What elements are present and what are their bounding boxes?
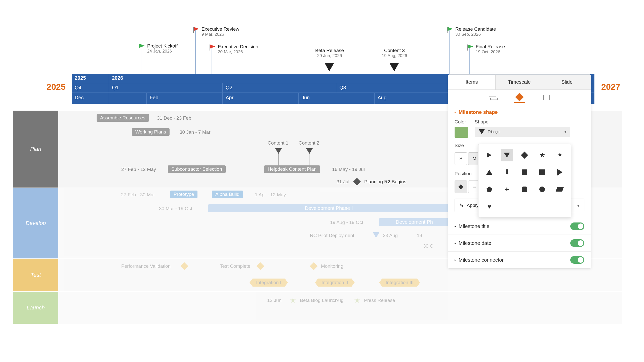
flag-icon — [447, 26, 453, 33]
task-dates: 19 Aug - 19 Oct — [330, 220, 363, 225]
milestone-title: Content 3 — [369, 48, 420, 53]
task-dates: 1 Apr - 12 May — [255, 192, 286, 198]
swimlane-label: Launch — [13, 292, 58, 324]
milestone[interactable]: Executive Review9 Mar, 2026 — [193, 26, 239, 37]
shape-circle[interactable] — [536, 183, 548, 196]
shape-triangle-down[interactable] — [501, 149, 513, 161]
milestone-title: Performance Validation — [121, 263, 171, 269]
milestone[interactable]: Project Kickoff24 Jan, 2026 — [139, 43, 178, 54]
milestone-date: 31 Jul — [337, 179, 349, 185]
svg-rect-5 — [210, 44, 210, 51]
task-bar[interactable]: Prototype — [170, 191, 197, 198]
diamond-icon[interactable] — [180, 262, 188, 270]
chevron-down-icon: ▾ — [565, 130, 566, 134]
shape-rounded-square[interactable] — [518, 166, 531, 178]
milestone-date: 19 Oct, 2026 — [476, 50, 505, 55]
milestone-date: 9 Mar, 2026 — [202, 32, 239, 37]
diamond-icon[interactable] — [310, 262, 317, 270]
tab-items[interactable]: Items — [448, 75, 496, 89]
task-bar[interactable]: Alpha Build — [212, 191, 243, 198]
shape-rsquare[interactable] — [518, 183, 531, 196]
position-diamond-button[interactable] — [455, 180, 467, 193]
shape-square[interactable] — [536, 166, 548, 178]
subtab-bars-icon[interactable] — [488, 92, 499, 103]
chevron-down-icon: ▾ — [577, 203, 580, 208]
shape-parallelogram[interactable] — [553, 183, 566, 196]
milestone-title: Final Release — [476, 44, 505, 50]
task-dates: 30 Mar - 19 Oct — [159, 206, 192, 211]
task-bar[interactable]: Working Plans — [132, 128, 170, 136]
swimlane-label: Test — [13, 259, 58, 291]
milestone-title: Executive Decision — [218, 44, 258, 50]
tab-timescale[interactable]: Timescale — [496, 75, 543, 89]
timescale-cell: Aug — [375, 93, 451, 104]
svg-rect-10 — [489, 95, 496, 97]
diamond-icon[interactable] — [256, 262, 264, 270]
timescale-cell — [109, 93, 147, 104]
subtab-shape-icon[interactable] — [514, 92, 525, 103]
milestone-title: Monitoring — [321, 263, 343, 269]
shape-heart[interactable]: ♥ — [483, 200, 496, 213]
subtab-layout-icon[interactable] — [540, 92, 551, 103]
star-icon[interactable]: ★ — [354, 296, 360, 304]
row-milestone-date[interactable]: ▸ Milestone date — [448, 235, 591, 251]
milestone-title: Test Complete — [220, 263, 250, 269]
shape-diamond[interactable] — [518, 149, 531, 161]
task-bar[interactable]: Integration III — [379, 279, 420, 287]
timescale-cell: Feb — [147, 93, 223, 104]
caret-down-icon: ▼ — [454, 111, 457, 114]
task-bar[interactable]: Development Ph — [379, 218, 450, 226]
task-bar[interactable]: Development Phase I — [208, 204, 450, 212]
shape-pentagon[interactable] — [483, 183, 496, 196]
svg-marker-6 — [448, 27, 453, 31]
swimlane-label: Develop — [13, 188, 58, 258]
task-bar[interactable]: Helpdesk Content Plan — [264, 165, 320, 173]
task-dates: 30 Jan - 7 Mar — [180, 129, 211, 135]
toggle-milestone-title[interactable] — [570, 222, 584, 230]
shape-plus[interactable]: + — [501, 183, 513, 196]
star-icon[interactable]: ★ — [290, 296, 296, 304]
milestone[interactable]: Content 319 Aug, 2026 — [369, 48, 420, 58]
timescale-cell: Q1 — [109, 83, 223, 93]
toggle-milestone-connector[interactable] — [570, 256, 584, 264]
milestone[interactable]: Release Candidate30 Sep, 2026 — [447, 26, 496, 37]
tab-slide[interactable]: Slide — [543, 75, 591, 89]
size-s-button[interactable]: S — [455, 152, 467, 165]
task-bar[interactable]: Subcontractor Selection — [168, 165, 226, 173]
triangle-down-icon — [479, 129, 485, 134]
task-bar[interactable]: Integration II — [315, 279, 355, 287]
truncated-text: 30 C — [423, 243, 433, 249]
panel-tabs: Items Timescale Slide — [448, 75, 591, 90]
svg-rect-13 — [544, 95, 550, 100]
row-milestone-connector[interactable]: ▸ Milestone connector — [448, 251, 591, 268]
shape-flag[interactable] — [483, 149, 496, 161]
svg-marker-8 — [468, 44, 473, 49]
toggle-milestone-date[interactable] — [570, 239, 584, 247]
milestone[interactable]: Executive Decision20 Mar, 2026 — [209, 44, 258, 55]
task-bar[interactable]: Integration I — [250, 279, 288, 287]
svg-rect-9 — [467, 44, 468, 51]
shape-star[interactable]: ★ — [536, 149, 548, 161]
triangle-down-icon — [325, 63, 334, 71]
task-bar[interactable]: Assemble Resources — [97, 114, 149, 122]
section-milestone-shape[interactable]: ▼ Milestone shape — [448, 105, 591, 118]
diamond-icon[interactable] — [353, 178, 361, 186]
triangle-down-icon — [389, 63, 399, 71]
milestone[interactable]: Beta Release29 Jun, 2026 — [304, 48, 355, 58]
flag-icon — [467, 44, 474, 51]
row-milestone-title[interactable]: ▸ Milestone title — [448, 218, 591, 235]
swimlane-label: Plan — [13, 111, 58, 188]
style-panel: Items Timescale Slide ▼ Milestone shape … — [448, 74, 591, 268]
shape-dropdown[interactable]: Triangle ▾ — [475, 127, 570, 137]
task-dates: 16 May - 19 Jul — [332, 167, 365, 172]
milestone[interactable]: Final Release19 Oct, 2026 — [467, 44, 505, 55]
shape-triangle-up[interactable] — [483, 166, 496, 178]
year-end: 2027 — [601, 82, 620, 92]
timescale-cell: Jun — [299, 93, 375, 104]
shape-chevron[interactable] — [553, 166, 566, 178]
shape-burst[interactable]: ✦ — [553, 149, 566, 161]
triangle-down-icon — [373, 232, 379, 238]
color-swatch[interactable] — [455, 127, 468, 138]
shape-arrow-down[interactable]: ⬇ — [501, 166, 513, 178]
timescale-cell: Dec — [72, 93, 109, 104]
